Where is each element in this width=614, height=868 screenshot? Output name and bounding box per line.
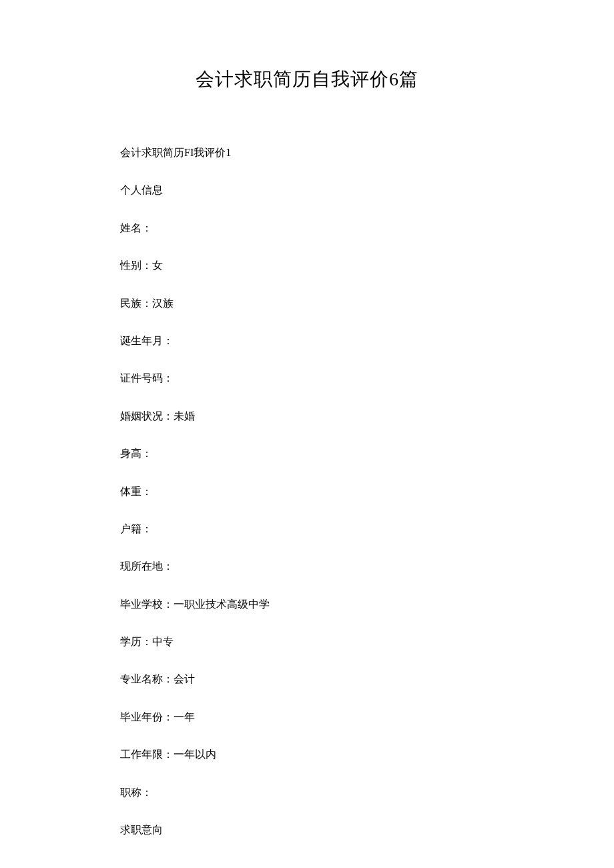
field-ethnicity: 民族：汉族 xyxy=(120,296,494,311)
field-work-years: 工作年限：一年以内 xyxy=(120,747,494,762)
field-height: 身高： xyxy=(120,446,494,461)
section-header: 会计求职简历FI我评价1 xyxy=(120,145,494,160)
field-marital-status: 婚姻状况：未婚 xyxy=(120,409,494,424)
section-job-intention: 求职意向 xyxy=(120,823,494,837)
field-gender: 性别：女 xyxy=(120,258,494,273)
field-title: 职称： xyxy=(120,785,494,800)
field-registration: 户籍： xyxy=(120,522,494,536)
field-id-number: 证件号码： xyxy=(120,371,494,386)
field-education: 学历：中专 xyxy=(120,634,494,649)
field-birthdate: 诞生年月： xyxy=(120,334,494,348)
field-graduation-year: 毕业年份：一年 xyxy=(120,710,494,725)
field-weight: 体重： xyxy=(120,484,494,499)
document-title: 会计求职简历自我评价6篇 xyxy=(120,67,494,92)
field-current-location: 现所在地： xyxy=(120,559,494,574)
field-major: 专业名称：会计 xyxy=(120,672,494,687)
field-school: 毕业学校：一职业技术高级中学 xyxy=(120,597,494,612)
field-name: 姓名： xyxy=(120,221,494,236)
info-label: 个人信息 xyxy=(120,183,494,197)
